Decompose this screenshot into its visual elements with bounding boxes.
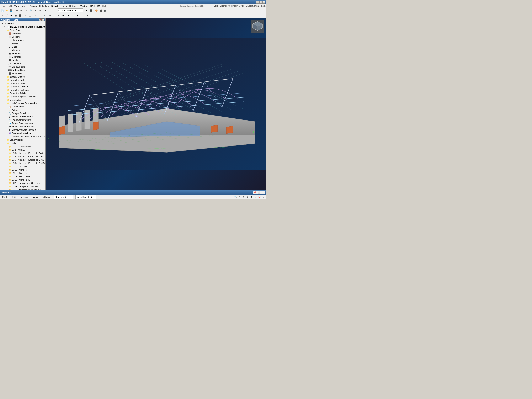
menu-view[interactable]: View: [13, 4, 21, 8]
selection-btn[interactable]: Selection: [18, 195, 31, 199]
zoom-all-btn[interactable]: ⊞: [33, 8, 38, 13]
undo-btn[interactable]: ↩: [15, 8, 19, 13]
navigator-header-buttons[interactable]: 📌 ✕: [39, 19, 44, 21]
nav-item-12[interactable]: ▦▦Surface Sets: [0, 68, 45, 72]
rotate-btn[interactable]: ↻: [38, 8, 42, 13]
nav-item-32[interactable]: ↔Relationship Between Load Cases: [0, 135, 45, 138]
formula-icon-btn[interactable]: ∑: [253, 195, 257, 199]
navigator-tree[interactable]: ▸🖥RFEM▾📄241126_Herford_Bora_results.rf6▾…: [0, 21, 45, 190]
surface-btn[interactable]: ▦: [13, 13, 18, 18]
nav-item-33[interactable]: 📁Load Wizards: [0, 138, 45, 141]
panel-header-buttons[interactable]: 📌 ⬜ ✕: [253, 190, 265, 194]
numbering-btn[interactable]: #: [81, 13, 85, 18]
line-btn[interactable]: ╱: [5, 13, 9, 18]
nav-item-17[interactable]: 📁Types for Members: [0, 85, 45, 88]
nav-item-6[interactable]: ━Members: [0, 48, 45, 52]
nav-item-37[interactable]: 📁LC3 - Nutzlast - Kategorie C-Var 1: [0, 152, 45, 155]
nav-item-25[interactable]: 🔧Design Situations: [0, 112, 45, 115]
measure-btn[interactable]: ⊢: [66, 13, 71, 18]
menu-calculate[interactable]: Calculate: [38, 4, 50, 8]
close-btn[interactable]: ✕: [262, 1, 265, 4]
delete-icon-btn[interactable]: 🗑: [250, 195, 253, 199]
nav-item-47[interactable]: 📁LC21 - Temperatur Winter: [0, 185, 45, 188]
copy-btn[interactable]: ⧉: [48, 13, 52, 18]
menu-cadbim[interactable]: CAD-BIM: [89, 4, 101, 8]
nav-item-43[interactable]: 📁LC16 - Wind +y: [0, 171, 45, 175]
nav-item-23[interactable]: 📋Load Cases: [0, 105, 45, 108]
settings-btn[interactable]: Settings: [40, 195, 51, 199]
menu-options[interactable]: Options: [68, 4, 78, 8]
nav-item-40[interactable]: 📁LC6 - Nutzlast - Kategorie B - Var 2: [0, 161, 45, 165]
save-btn[interactable]: 💾: [9, 8, 13, 13]
nav-item-20[interactable]: 📁Types for Special Objects: [0, 95, 45, 98]
nav-item-24[interactable]: ⚡Actions: [0, 108, 45, 112]
nav-item-42[interactable]: 📁LC15 - Wind -y: [0, 168, 45, 171]
menu-insert[interactable]: Insert: [20, 4, 29, 8]
yview-btn[interactable]: Y: [48, 8, 52, 13]
edit-btn[interactable]: Edit: [11, 195, 18, 199]
nav-item-5[interactable]: ╱Lines: [0, 45, 45, 48]
nav-item-7[interactable]: ▦Surfaces: [0, 52, 45, 55]
keyword-search[interactable]: [179, 4, 212, 8]
mirror-btn[interactable]: ⇌: [52, 13, 56, 18]
node-btn[interactable]: ·: [0, 13, 5, 18]
nav-item-13[interactable]: ⬛Solid Sets: [0, 72, 45, 75]
structure-dropdown[interactable]: Structure▼: [54, 195, 73, 199]
zoom-in-btn[interactable]: 🔍: [29, 8, 33, 13]
menu-edit[interactable]: Edit: [7, 4, 13, 8]
menu-help[interactable]: Help: [101, 4, 108, 8]
filter-btn[interactable]: ≡: [85, 13, 89, 18]
nav-model[interactable]: ▾📄241126_Herford_Bora_results.rf6: [0, 25, 45, 28]
run-btn[interactable]: ▶: [84, 8, 89, 13]
zview-btn[interactable]: Z: [52, 8, 56, 13]
result2-btn[interactable]: ≈: [38, 13, 42, 18]
result3-btn[interactable]: ≋: [42, 13, 46, 18]
nav-item-10[interactable]: ╱╱Line Sets: [0, 62, 45, 65]
panel-close-btn[interactable]: ✕: [261, 190, 265, 194]
print-btn[interactable]: 🖨: [108, 8, 112, 13]
nav-item-0[interactable]: ▾📁Basic Objects: [0, 28, 45, 32]
menu-tools[interactable]: Tools: [60, 4, 68, 8]
nav-item-8[interactable]: ⬜Openings: [0, 55, 45, 58]
nav-item-15[interactable]: 📁Types for Nodes: [0, 78, 45, 82]
nav-item-26[interactable]: ∑Action Combinations: [0, 115, 45, 118]
nav-item-19[interactable]: 📁Types for Solids: [0, 92, 45, 95]
aufbau-dropdown[interactable]: Aufbau ▼: [66, 8, 83, 13]
nav-item-41[interactable]: 📁LC10 - Schnee: [0, 165, 45, 168]
nav-item-36[interactable]: 📁LC2 - Aufbau: [0, 148, 45, 152]
viewport-3d[interactable]: 1 2: [46, 18, 266, 190]
lc-dropdown[interactable]: LC2 ▼: [58, 8, 66, 13]
nav-item-11[interactable]: ━━Member Sets: [0, 65, 45, 68]
excel-icon-btn[interactable]: 📊: [258, 195, 261, 199]
nav-item-34[interactable]: ▾📁Loads: [0, 141, 45, 145]
nav-item-18[interactable]: 📁Types for Surfaces: [0, 88, 45, 92]
menu-file[interactable]: File: [0, 4, 7, 8]
nav-item-38[interactable]: 📁LC4 - Nutzlast - Kategorie C-Var 1: [0, 155, 45, 158]
new-btn[interactable]: 📄: [0, 8, 5, 13]
nav-pin-btn[interactable]: 📌: [39, 19, 42, 21]
menu-results[interactable]: Results: [50, 4, 60, 8]
nav-rfem[interactable]: ▸🖥RFEM: [0, 22, 45, 25]
animate-btn[interactable]: 🎬: [99, 8, 103, 13]
nav-item-35[interactable]: 📁LC1 - Eigengewicht: [0, 145, 45, 148]
nav-item-48[interactable]: 📁LC50 - Imperfektion nach +X: [0, 188, 45, 190]
goto-btn[interactable]: Go To: [1, 195, 10, 199]
nav-close-btn[interactable]: ✕: [42, 19, 44, 21]
panel-pin-btn[interactable]: 📌: [253, 190, 257, 194]
menu-window[interactable]: Window: [78, 4, 89, 8]
check-btn[interactable]: ✓: [71, 13, 75, 18]
redo-btn[interactable]: ↪: [19, 8, 23, 13]
nav-item-45[interactable]: 📁LC18 - Wind in -X: [0, 178, 45, 181]
rotate3d-btn[interactable]: ⟳: [61, 13, 65, 18]
result1-btn[interactable]: ~: [33, 13, 38, 18]
nav-item-39[interactable]: 📁LC5 - Nutzlast - Kategorie C-Var 2: [0, 158, 45, 161]
filter-dropdown[interactable]: Basic Objects▼: [76, 195, 96, 199]
nav-item-29[interactable]: ⚙Static Analysis Settings: [0, 125, 45, 128]
nav-item-3[interactable]: ▭Thicknesses: [0, 38, 45, 42]
nav-item-31[interactable]: 🔮Combination Wizards: [0, 132, 45, 135]
open-btn[interactable]: 📂: [5, 8, 9, 13]
window-controls[interactable]: ─ □ ✕: [256, 1, 265, 4]
member-btn[interactable]: ━: [9, 13, 13, 18]
select-btn[interactable]: ↖: [25, 8, 29, 13]
nav-item-16[interactable]: 📁Types for Lines: [0, 82, 45, 85]
